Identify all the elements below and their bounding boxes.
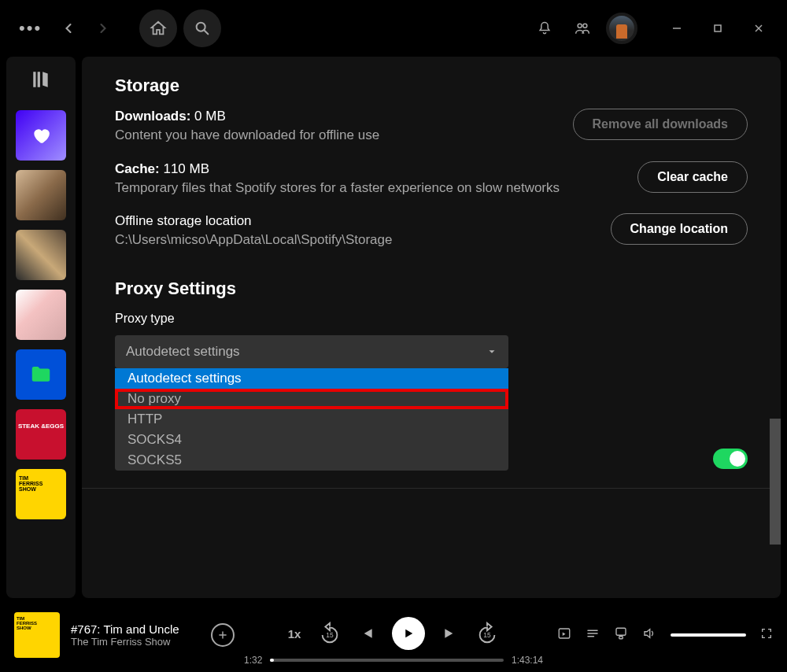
more-menu[interactable]: ••• [13, 18, 48, 39]
podcast-tile-1[interactable] [16, 409, 66, 460]
folder-tile[interactable] [16, 349, 66, 400]
home-button[interactable] [139, 9, 177, 47]
now-playing-view-button[interactable] [557, 626, 571, 644]
add-to-library-button[interactable] [211, 623, 235, 647]
queue-button[interactable] [586, 626, 600, 644]
clear-cache-button[interactable]: Clear cache [637, 161, 748, 193]
skip-back-15-button[interactable]: 15 [318, 622, 342, 645]
library-icon[interactable] [31, 69, 51, 93]
svg-rect-13 [616, 628, 626, 635]
connect-device-button[interactable] [614, 626, 628, 644]
playlist-tile-2[interactable] [16, 230, 66, 280]
proxy-heading: Proxy Settings [115, 279, 748, 299]
next-button[interactable] [442, 626, 458, 641]
remove-downloads-button[interactable]: Remove all downloads [573, 109, 748, 140]
proxy-option-socks5[interactable]: SOCKS5 [115, 450, 508, 471]
liked-songs-tile[interactable] [16, 110, 66, 161]
storage-heading: Storage [115, 76, 748, 96]
previous-button[interactable] [359, 626, 375, 641]
now-playing-artist[interactable]: The Tim Ferriss Show [71, 636, 205, 648]
svg-rect-5 [715, 25, 721, 31]
window-close[interactable] [743, 14, 774, 42]
scrollbar[interactable] [770, 419, 781, 545]
notifications-button[interactable] [530, 14, 559, 42]
volume-slider[interactable] [671, 633, 746, 637]
fullscreen-button[interactable] [760, 627, 773, 643]
change-location-button[interactable]: Change location [611, 213, 748, 245]
svg-point-0 [197, 23, 205, 31]
proxy-option-noproxy[interactable]: No proxy [115, 389, 508, 409]
now-playing-art[interactable] [14, 612, 60, 658]
svg-text:15: 15 [327, 631, 334, 639]
nav-forward-button [89, 14, 117, 42]
proxy-option-autodetect[interactable]: Autodetect settings [115, 368, 508, 389]
search-button[interactable] [183, 9, 221, 47]
total-time: 1:43:14 [512, 655, 543, 666]
svg-rect-9 [38, 72, 40, 87]
proxy-type-select[interactable]: Autodetect settings [115, 335, 508, 368]
window-maximize[interactable] [702, 14, 733, 42]
settings-toggle[interactable] [713, 449, 748, 469]
proxy-option-socks4[interactable]: SOCKS4 [115, 430, 508, 450]
playlist-tile-3[interactable] [16, 290, 66, 340]
proxy-type-dropdown: Autodetect settings No proxy HTTP SOCKS4… [115, 368, 508, 471]
library-sidebar [6, 57, 76, 598]
window-minimize[interactable] [661, 14, 693, 42]
svg-text:15: 15 [484, 631, 492, 639]
playlist-tile-1[interactable] [16, 170, 66, 220]
now-playing-title[interactable]: #767: Tim and Uncle [71, 622, 205, 636]
podcast-tile-2[interactable] [16, 469, 66, 519]
svg-point-2 [578, 24, 582, 28]
progress-bar[interactable] [270, 659, 504, 662]
settings-content: Storage Downloads: 0 MB Content you have… [82, 57, 781, 598]
volume-button[interactable] [642, 626, 656, 644]
play-button[interactable] [392, 617, 425, 650]
skip-forward-15-button[interactable]: 15 [475, 622, 499, 645]
playback-speed[interactable]: 1x [288, 627, 301, 641]
divider [82, 488, 781, 489]
svg-line-1 [205, 31, 209, 35]
nav-back-button[interactable] [54, 14, 83, 42]
elapsed-time: 1:32 [244, 655, 262, 666]
svg-rect-8 [33, 72, 35, 87]
svg-rect-14 [619, 637, 623, 639]
proxy-option-http[interactable]: HTTP [115, 409, 508, 430]
friends-button[interactable] [568, 14, 597, 42]
svg-point-3 [583, 24, 587, 28]
profile-avatar[interactable] [606, 13, 637, 44]
player-bar: #767: Tim and Uncle The Tim Ferriss Show… [0, 598, 787, 672]
